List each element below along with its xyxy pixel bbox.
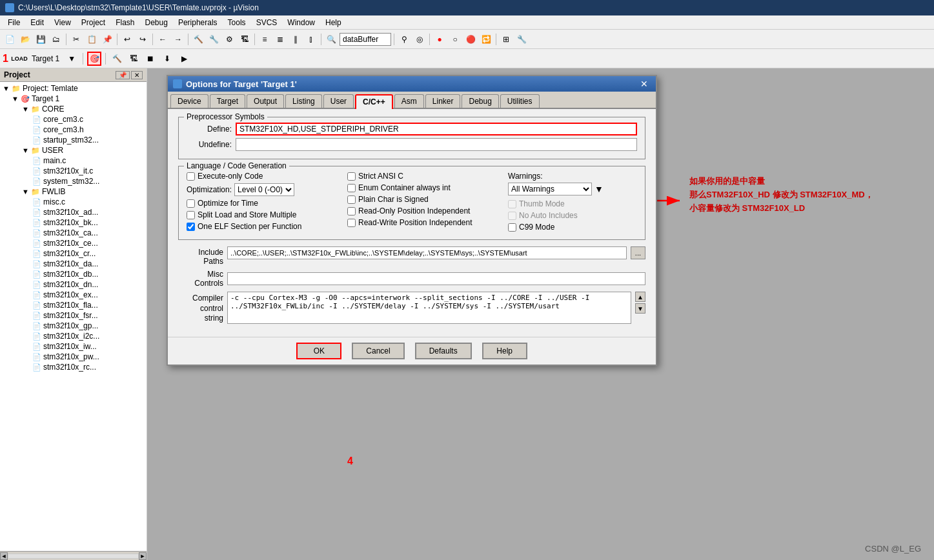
c99-mode-check[interactable] [508, 223, 516, 232]
tree-dac[interactable]: 📄 stm32f10x_da... [1, 259, 145, 269]
panel-close-btn[interactable]: ✕ [131, 71, 143, 79]
enum-container-check[interactable] [347, 184, 356, 192]
tree-system[interactable]: 📄 system_stm32... [1, 176, 145, 186]
menu-debug[interactable]: Debug [140, 17, 173, 28]
project-scrollbar[interactable]: ◄ ► [0, 551, 147, 560]
target-dropdown-btn[interactable]: ▼ [65, 52, 79, 66]
build3-btn[interactable]: ⚙ [222, 32, 236, 46]
build2-btn[interactable]: 🔧 [207, 32, 221, 46]
boot-btn[interactable]: ▶ [177, 52, 191, 66]
tree-fwlib-folder[interactable]: ▼ 📁 FWLIB [1, 186, 145, 197]
nav-fwd-btn[interactable]: → [171, 32, 185, 46]
readonly-pos-check[interactable] [347, 207, 356, 215]
toggle2-btn[interactable]: ⫿ [304, 32, 318, 46]
tree-root[interactable]: ▼ 📁 Project: Temlate [1, 83, 145, 94]
menu-svcs[interactable]: SVCS [251, 17, 283, 28]
ok-button[interactable]: OK [296, 343, 341, 359]
layout-btn[interactable]: ⊞ [499, 32, 513, 46]
tree-misc[interactable]: 📄 misc.c [1, 197, 145, 207]
tree-pwr[interactable]: 📄 stm32f10x_pw... [1, 352, 145, 362]
tree-dbgmcu[interactable]: 📄 stm32f10x_db... [1, 269, 145, 279]
compiler-scroll-down-btn[interactable]: ▼ [635, 303, 645, 314]
tree-crc[interactable]: 📄 stm32f10x_cr... [1, 248, 145, 259]
optimize-time-check[interactable] [187, 199, 195, 208]
tree-bkp[interactable]: 📄 stm32f10x_bk... [1, 217, 145, 228]
defaults-button[interactable]: Defaults [415, 343, 472, 359]
cancel-button[interactable]: Cancel [352, 343, 404, 359]
include-paths-input[interactable] [227, 246, 627, 259]
tab-ccpp[interactable]: C/C++ [355, 94, 393, 109]
copy-btn[interactable]: 📋 [85, 32, 99, 46]
redo-btn[interactable]: ↪ [136, 32, 150, 46]
rebuild-btn[interactable]: 🏗 [127, 52, 141, 66]
databuffer-field[interactable]: dataBuffer [340, 33, 391, 46]
tree-i2c[interactable]: 📄 stm32f10x_i2c... [1, 331, 145, 341]
tree-main[interactable]: 📄 main.c [1, 155, 145, 166]
tab-device[interactable]: Device [170, 94, 208, 108]
compiler-scroll-up-btn[interactable]: ▲ [635, 292, 645, 302]
menu-flash[interactable]: Flash [110, 17, 139, 28]
undo-btn[interactable]: ↩ [120, 32, 134, 46]
new-file-btn[interactable]: 📄 [3, 32, 17, 46]
panel-pin-btn[interactable]: 📌 [116, 71, 130, 79]
tree-dma[interactable]: 📄 stm32f10x_dn... [1, 279, 145, 290]
tree-target1[interactable]: ▼ 🎯 Target 1 [1, 94, 145, 104]
run-btn[interactable]: ● [432, 32, 447, 46]
tree-cec[interactable]: 📄 stm32f10x_ce... [1, 238, 145, 248]
menu-tools[interactable]: Tools [223, 17, 251, 28]
tab-output[interactable]: Output [247, 94, 284, 108]
indent-btn[interactable]: ≡ [258, 32, 272, 46]
help-button[interactable]: Help [482, 343, 527, 359]
split-load-check[interactable] [187, 211, 195, 219]
open-btn[interactable]: 📂 [18, 32, 32, 46]
tree-core-folder[interactable]: ▼ 📁 CORE [1, 104, 145, 114]
execute-only-check[interactable] [187, 172, 195, 181]
tree-core-cm3c[interactable]: 📄 core_cm3.c [1, 114, 145, 125]
nav-back-btn[interactable]: ← [156, 32, 170, 46]
refresh-btn[interactable]: 🔁 [479, 32, 493, 46]
build-project-btn[interactable]: 🔨 [110, 52, 124, 66]
build4-btn[interactable]: 🏗 [238, 32, 252, 46]
options-target-btn[interactable]: 🎯 [87, 52, 101, 66]
menu-edit[interactable]: Edit [25, 17, 49, 28]
tab-utilities[interactable]: Utilities [500, 94, 540, 108]
tab-linker[interactable]: Linker [425, 94, 461, 108]
tab-debug[interactable]: Debug [462, 94, 498, 108]
save-all-btn[interactable]: 🗂 [49, 32, 63, 46]
outdent-btn[interactable]: ≣ [273, 32, 287, 46]
include-browse-btn[interactable]: ... [631, 246, 645, 259]
misc-controls-input[interactable] [227, 272, 645, 285]
define-input[interactable] [236, 123, 637, 135]
dialog-close-btn[interactable]: ✕ [638, 79, 651, 89]
menu-view[interactable]: View [49, 17, 76, 28]
warnings-select[interactable]: All Warnings [508, 183, 592, 195]
search-open-btn[interactable]: 🔍 [324, 32, 338, 46]
zoom-btn[interactable]: ◎ [412, 32, 427, 46]
readwrite-pos-check[interactable] [347, 219, 356, 227]
scroll-right-btn[interactable]: ► [139, 552, 147, 560]
download-btn[interactable]: ⬇ [160, 52, 174, 66]
menu-peripherals[interactable]: Peripherals [173, 17, 223, 28]
load-btn[interactable]: LOAD [12, 52, 26, 66]
tree-can[interactable]: 📄 stm32f10x_ca... [1, 228, 145, 238]
cut-btn[interactable]: ✂ [69, 32, 83, 46]
menu-help[interactable]: Help [320, 17, 347, 28]
tree-fsmc[interactable]: 📄 stm32f10x_fsr... [1, 310, 145, 321]
compiler-string-textarea[interactable]: -c --cpu Cortex-M3 -g -O0 --apcs=interwo… [227, 292, 631, 324]
thumb-mode-check[interactable] [508, 200, 516, 208]
save-btn[interactable]: 💾 [34, 32, 48, 46]
optimization-select[interactable]: Level 0 (-O0) [234, 183, 294, 196]
dbg-btn[interactable]: 🔴 [463, 32, 478, 46]
one-elf-check[interactable] [187, 223, 195, 231]
tab-target[interactable]: Target [210, 94, 245, 108]
tree-adc[interactable]: 📄 stm32f10x_ad... [1, 207, 145, 217]
plain-char-check[interactable] [347, 195, 356, 204]
tree-flash[interactable]: 📄 stm32f10x_fla... [1, 300, 145, 310]
tab-listing[interactable]: Listing [285, 94, 322, 108]
tree-gpio[interactable]: 📄 stm32f10x_gp... [1, 321, 145, 331]
find-btn[interactable]: ⚲ [397, 32, 411, 46]
tab-user[interactable]: User [323, 94, 354, 108]
stop-build-btn[interactable]: ⏹ [143, 52, 157, 66]
tree-iwdg[interactable]: 📄 stm32f10x_iw... [1, 341, 145, 352]
scroll-left-btn[interactable]: ◄ [0, 552, 8, 560]
